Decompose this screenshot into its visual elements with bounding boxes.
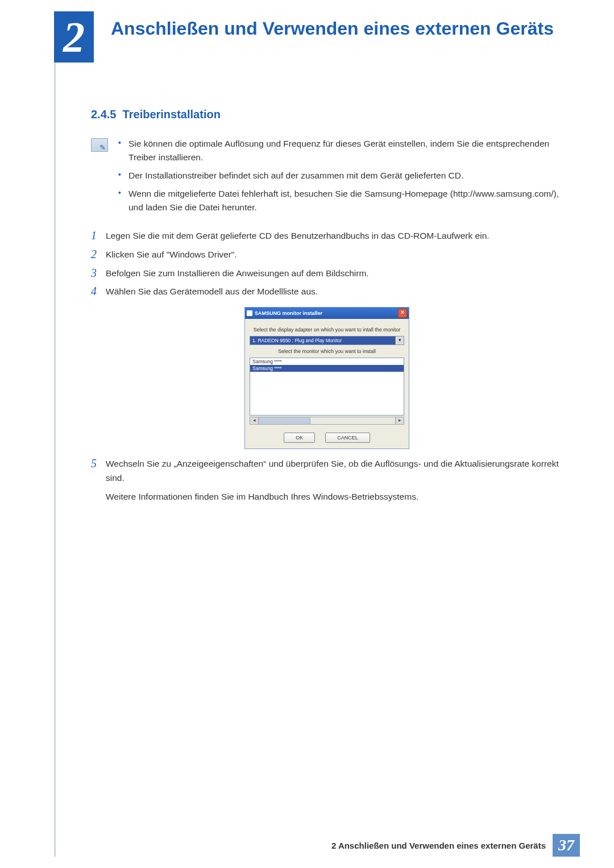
step-text: Befolgen Sie zum Installieren die Anweis… — [106, 267, 563, 281]
adapter-select[interactable]: 1. RADEON 9550 : Plug and Play Monitor ▾ — [250, 336, 404, 345]
chevron-down-icon[interactable]: ▾ — [395, 337, 404, 344]
step: 4 Wählen Sie das Gerätemodell aus der Mo… — [91, 285, 563, 299]
section-heading: 2.4.5 Treiberinstallation — [91, 108, 563, 121]
installer-title: SAMSUNG monitor installer — [255, 310, 322, 316]
chapter-title: Anschließen und Verwenden eines externen… — [111, 17, 580, 40]
steps-list: 1 Legen Sie die mit dem Gerät gelieferte… — [91, 229, 563, 504]
horizontal-scrollbar[interactable]: ◂ ▸ — [250, 417, 404, 425]
step: 2 Klicken Sie auf "Windows Driver". — [91, 248, 563, 262]
chapter-number-badge: 2 — [54, 11, 94, 63]
note-block: Sie können die optimale Auflösung und Fr… — [91, 137, 563, 219]
scroll-right-icon[interactable]: ▸ — [395, 417, 404, 424]
note-item: Der Installationstreiber befindet sich a… — [116, 169, 563, 182]
ok-button[interactable]: OK — [284, 433, 315, 443]
note-item: Sie können die optimale Auflösung und Fr… — [116, 137, 563, 164]
step-text: Legen Sie die mit dem Gerät gelieferte C… — [106, 229, 563, 243]
cancel-button[interactable]: CANCEL — [325, 433, 370, 443]
note-item: Wenn die mitgelieferte Datei fehlerhaft … — [116, 187, 563, 214]
section-title: Treiberinstallation — [123, 108, 221, 121]
app-logo-icon — [247, 310, 252, 316]
step-number: 3 — [91, 266, 106, 280]
list-item[interactable]: Samsung **** — [250, 358, 404, 365]
installer-screenshot: SAMSUNG monitor installer × Select the d… — [244, 307, 409, 449]
note-list: Sie können die optimale Auflösung und Fr… — [116, 137, 563, 219]
left-margin-rule — [54, 11, 56, 857]
monitor-label: Select the monitor which you want to ins… — [250, 348, 404, 354]
step-number: 5 — [91, 456, 106, 470]
footer-page-number: 37 — [553, 834, 580, 857]
list-item[interactable]: Samsung **** — [250, 365, 404, 372]
close-icon[interactable]: × — [398, 309, 407, 318]
step-text: Wählen Sie das Gerätemodell aus der Mode… — [106, 285, 563, 299]
adapter-select-value: 1. RADEON 9550 : Plug and Play Monitor — [250, 337, 395, 344]
step: 5 Wechseln Sie zu „Anzeigeeigenschaften“… — [91, 457, 563, 485]
scroll-left-icon[interactable]: ◂ — [250, 417, 259, 424]
step: 3 Befolgen Sie zum Installieren die Anwe… — [91, 267, 563, 281]
step: 1 Legen Sie die mit dem Gerät gelieferte… — [91, 229, 563, 243]
step-number: 1 — [91, 229, 106, 242]
scroll-thumb[interactable] — [259, 417, 310, 424]
installer-titlebar: SAMSUNG monitor installer × — [245, 308, 409, 319]
section-number: 2.4.5 — [91, 108, 116, 121]
note-icon — [91, 138, 108, 152]
monitor-listbox[interactable]: Samsung **** Samsung **** — [250, 358, 404, 416]
page-footer: 2 Anschließen und Verwenden eines extern… — [0, 834, 614, 857]
installer-window: SAMSUNG monitor installer × Select the d… — [244, 307, 409, 449]
step-text: Wechseln Sie zu „Anzeigeeigenschaften“ u… — [106, 457, 563, 485]
step-number: 4 — [91, 284, 106, 298]
step-text: Klicken Sie auf "Windows Driver". — [106, 248, 563, 262]
step-number: 2 — [91, 247, 106, 261]
step-extra-text: Weitere Informationen finden Sie im Hand… — [106, 490, 563, 504]
footer-chapter-text: 2 Anschließen und Verwenden eines extern… — [331, 841, 546, 850]
adapter-label: Select the display adapter on which you … — [250, 327, 404, 333]
scroll-track[interactable] — [310, 417, 395, 424]
